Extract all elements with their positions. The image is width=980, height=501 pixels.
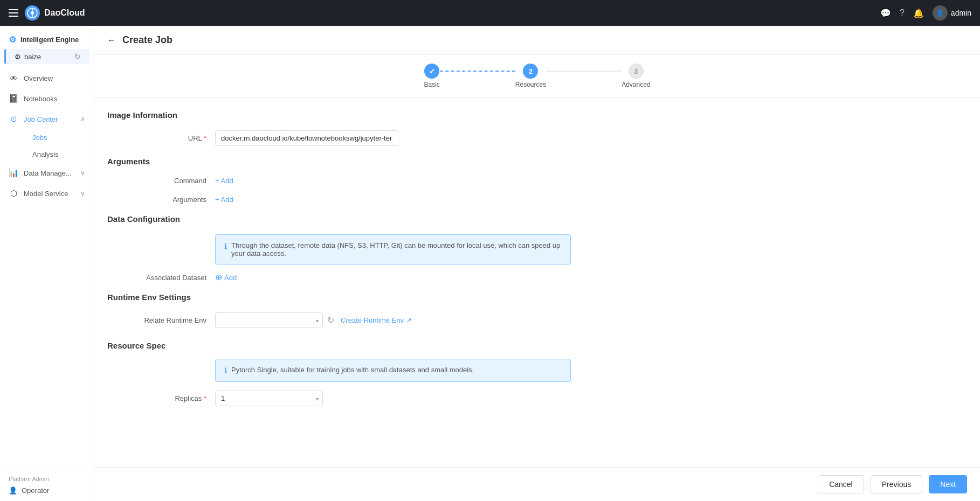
- engine-icon: ⚙: [9, 34, 16, 45]
- replicas-select[interactable]: 1 2 3: [215, 391, 323, 406]
- platform-admin-label: Platform Admin: [9, 476, 85, 482]
- step-basic-circle: ✓: [424, 64, 439, 79]
- nav-left: DaoCloud: [9, 5, 85, 20]
- steps-bar: ✓ Basic 2 Resources 3: [94, 55, 980, 98]
- help-icon[interactable]: ?: [900, 8, 905, 18]
- dataset-row: Associated Dataset ⊕ Add: [107, 273, 967, 282]
- sidebar-item-notebooks[interactable]: 📓 Notebooks: [0, 88, 94, 109]
- steps-container: ✓ Basic 2 Resources 3: [424, 64, 650, 88]
- top-nav: DaoCloud 💬 ? 🔔 👤 admin: [0, 0, 980, 26]
- logo-area: DaoCloud: [25, 5, 85, 20]
- datamanage-icon: 📊: [9, 168, 18, 178]
- resource-info-icon: ℹ: [224, 366, 227, 375]
- step-basic-label: Basic: [424, 81, 439, 88]
- url-row: URL *: [107, 130, 967, 146]
- svg-point-1: [31, 11, 34, 15]
- sidebar-jobcenter-label: Job Center: [24, 115, 58, 123]
- back-button[interactable]: ←: [107, 36, 116, 45]
- command-label: Command: [107, 177, 215, 185]
- main-layout: ⚙ Intelligent Engine ⚙ baize ↻ 👁 Overvie…: [0, 26, 980, 501]
- step-resources-label: Resources: [515, 81, 546, 88]
- modelservice-expand-icon: ∨: [80, 190, 85, 197]
- workspace-refresh-icon[interactable]: ↻: [74, 52, 81, 61]
- user-name: admin: [951, 9, 971, 17]
- arguments-row: Arguments + Add: [107, 196, 967, 204]
- workspace-icon: ⚙: [15, 53, 21, 61]
- step-resources-circle: 2: [523, 64, 538, 79]
- command-row: Command + Add: [107, 177, 967, 185]
- sidebar-submenu-analysis[interactable]: Analysis: [24, 146, 94, 163]
- logo-icon: [25, 5, 40, 20]
- bottom-bar: Cancel Previous Next: [94, 467, 980, 501]
- sidebar-submenu-jobs[interactable]: Jobs: [24, 129, 94, 146]
- external-link-icon: ↗: [406, 316, 412, 324]
- jobcenter-icon: ⊙: [9, 114, 18, 124]
- form-content: Image Information URL * Arguments Comman…: [94, 98, 980, 467]
- add-command-button[interactable]: + Add: [215, 177, 233, 185]
- page-title: Create Job: [122, 34, 172, 46]
- image-section-title: Image Information: [107, 110, 967, 120]
- content-area: ← Create Job ✓ Basic 2 Resources: [94, 26, 980, 501]
- overview-icon: 👁: [9, 74, 18, 83]
- url-required-star: *: [204, 134, 206, 142]
- step-resources: 2 Resources: [515, 64, 546, 88]
- add-arguments-button[interactable]: + Add: [215, 196, 233, 204]
- add-command-label: + Add: [215, 177, 233, 185]
- nav-right: 💬 ? 🔔 👤 admin: [880, 5, 971, 20]
- cancel-button[interactable]: Cancel: [818, 475, 864, 493]
- sidebar-notebooks-label: Notebooks: [24, 95, 57, 103]
- menu-button[interactable]: [9, 9, 18, 17]
- step-advanced: 3 Advanced: [622, 64, 650, 88]
- workspace-item[interactable]: ⚙ baize ↻: [4, 49, 89, 64]
- resource-info-box: ℹ Pytorch Single, suitable for training …: [215, 359, 571, 382]
- arguments-section-title: Arguments: [107, 157, 967, 166]
- previous-button[interactable]: Previous: [871, 475, 922, 493]
- runtime-label: Relate Runtime Env: [107, 316, 215, 324]
- replicas-select-wrapper: 1 2 3 ▾: [215, 391, 323, 406]
- resource-spec-title: Resource Spec: [107, 341, 967, 350]
- workspace-name: baize: [24, 53, 41, 61]
- jobcenter-expand-icon: ∧: [80, 115, 85, 123]
- sidebar-engine-header: ⚙ Intelligent Engine: [0, 26, 94, 49]
- create-runtime-link[interactable]: Create Runtime Env ↗: [341, 316, 412, 324]
- sidebar-item-jobcenter[interactable]: ⊙ Job Center ∧: [0, 109, 94, 129]
- step-advanced-label: Advanced: [622, 81, 650, 88]
- data-section-title: Data Configuration: [107, 214, 967, 224]
- runtime-row: Relate Runtime Env ▾ ↻ Create Runtime En…: [107, 312, 967, 328]
- chat-icon[interactable]: 💬: [880, 8, 891, 18]
- sidebar-bottom-user: 👤 Operator: [9, 486, 85, 495]
- runtime-refresh-button[interactable]: ↻: [327, 315, 334, 325]
- create-runtime-label: Create Runtime Env: [341, 316, 404, 324]
- runtime-select-wrapper: ▾: [215, 312, 323, 328]
- step-advanced-circle: 3: [629, 64, 644, 79]
- bottom-user-icon: 👤: [9, 486, 17, 495]
- runtime-section-title: Runtime Env Settings: [107, 293, 967, 302]
- url-label: URL *: [107, 134, 215, 142]
- sidebar-item-overview[interactable]: 👁 Overview: [0, 68, 94, 88]
- sidebar-item-datamanage[interactable]: 📊 Data Manage... ∨: [0, 163, 94, 183]
- sidebar-submenu-jobcenter: Jobs Analysis: [0, 129, 94, 163]
- sidebar-item-modelservice[interactable]: ⬡ Model Service ∨: [0, 183, 94, 204]
- add-dataset-label: Add: [224, 274, 237, 282]
- runtime-select[interactable]: [215, 312, 323, 328]
- dataset-label: Associated Dataset: [107, 274, 215, 282]
- sidebar: ⚙ Intelligent Engine ⚙ baize ↻ 👁 Overvie…: [0, 26, 94, 501]
- bell-icon[interactable]: 🔔: [913, 8, 924, 18]
- app-name: DaoCloud: [44, 8, 85, 18]
- datamanage-expand-icon: ∨: [80, 169, 85, 177]
- step-basic: ✓ Basic: [424, 64, 439, 88]
- user-info[interactable]: 👤 admin: [933, 5, 971, 20]
- notebooks-icon: 📓: [9, 94, 18, 103]
- url-input[interactable]: [215, 130, 398, 146]
- engine-label: Intelligent Engine: [20, 36, 79, 44]
- data-info-text: Through the dataset, remote data (NFS, S…: [231, 241, 562, 258]
- next-button[interactable]: Next: [929, 475, 967, 493]
- replicas-label: Replicas *: [107, 394, 215, 402]
- arguments-label: Arguments: [107, 196, 215, 204]
- resource-info-text: Pytorch Single, suitable for training jo…: [231, 366, 474, 374]
- sidebar-overview-label: Overview: [24, 74, 53, 82]
- replicas-row: Replicas * 1 2 3 ▾: [107, 391, 967, 406]
- add-dataset-button[interactable]: ⊕ Add: [215, 273, 237, 282]
- add-arguments-label: + Add: [215, 196, 233, 204]
- avatar: 👤: [933, 5, 948, 20]
